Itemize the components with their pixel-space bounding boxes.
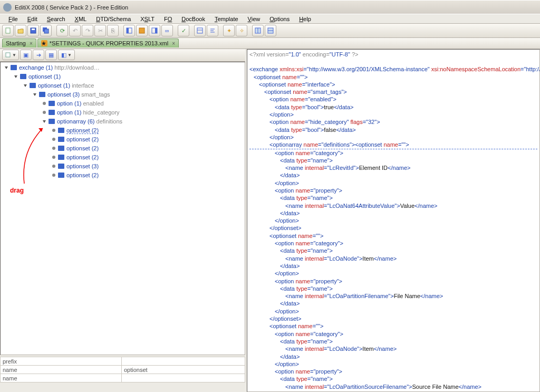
xml-line: <name internal="LcOaPartitionFilename">F… xyxy=(249,292,537,300)
element-icon xyxy=(49,110,55,115)
tree-row[interactable]: optionset (2) xyxy=(2,144,244,153)
tree-label: optionset (2) xyxy=(66,172,99,178)
xml-line: </option> xyxy=(249,308,537,315)
attr-row[interactable]: nameoptionset xyxy=(1,366,245,374)
tree-next-button[interactable]: ➔ xyxy=(33,50,44,60)
tree-row[interactable]: optionset (2) xyxy=(2,135,244,144)
menu-xslt[interactable]: XSLT xyxy=(136,15,159,23)
chevron-down-icon: ▼ xyxy=(68,53,72,58)
xml-line: </optionset> xyxy=(249,315,537,322)
xml-line: <data type="bool">false</data> xyxy=(249,126,537,133)
menu-options[interactable]: Options xyxy=(265,15,294,23)
tab-close-icon[interactable]: × xyxy=(30,41,33,46)
svg-rect-19 xyxy=(6,53,10,57)
split-v-button[interactable] xyxy=(265,25,276,36)
tree-row[interactable]: optionarray (6)definitions xyxy=(2,117,244,126)
menu-docbook[interactable]: DocBook xyxy=(177,15,209,23)
tree-label: option (1)hide_category xyxy=(57,109,120,116)
tab-label: *SETTINGS - QUICK PROPERTIES 2013.xml xyxy=(50,40,168,46)
open-file-button[interactable] xyxy=(15,25,26,36)
xml-line: </data> xyxy=(249,262,537,270)
run-alt-button[interactable]: ✧ xyxy=(236,25,247,36)
tree-row[interactable]: optionset (3)smart_tags xyxy=(2,90,244,99)
window-title: EditiX 2008 ( Service Pack 2 ) - Free Ed… xyxy=(15,4,128,11)
tree-row[interactable]: optionset (2) xyxy=(2,171,244,180)
new-file-button[interactable] xyxy=(2,25,14,36)
save-all-button[interactable] xyxy=(40,25,52,36)
xml-line: </option> xyxy=(249,270,537,277)
xml-line: <data type="name"> xyxy=(249,375,537,383)
tab-1[interactable]: ★*SETTINGS - QUICK PROPERTIES 2013.xml× xyxy=(37,39,179,47)
tree-toggle-icon[interactable] xyxy=(42,119,46,124)
xml-line: <option name="category"> xyxy=(249,330,537,338)
xml-line: <name internal="LcRevitId">Element ID</n… xyxy=(249,164,537,171)
element-icon xyxy=(58,128,64,133)
copy-button[interactable]: ⎘ xyxy=(107,25,119,36)
tree-filter-button[interactable]: ◧▼ xyxy=(58,50,75,60)
menubar: FileEditSearchXMLDTD/SchemaXSLTFODocBook… xyxy=(0,14,540,24)
tree-row[interactable]: optionset (2) xyxy=(2,153,244,162)
tab-0[interactable]: Starting× xyxy=(2,39,36,47)
tree-row[interactable]: optionset (1) xyxy=(2,72,244,81)
menu-help[interactable]: Help xyxy=(295,15,315,23)
document-tabbar: Starting×★*SETTINGS - QUICK PROPERTIES 2… xyxy=(0,38,540,49)
undo-button[interactable]: ↶ xyxy=(69,25,81,36)
tree-toggle-icon[interactable] xyxy=(23,83,27,88)
svg-rect-9 xyxy=(155,28,157,33)
svg-rect-6 xyxy=(127,28,129,33)
menu-view[interactable]: View xyxy=(244,15,265,23)
tree-row[interactable]: option (1)enabled xyxy=(2,99,244,108)
xml-source-editor[interactable]: <?xml version="1.0" encoding="UTF-8" ?><… xyxy=(247,49,540,392)
xml-tree[interactable]: drag exchange (1)http://download…options… xyxy=(0,62,245,355)
menu-xml[interactable]: XML xyxy=(71,15,91,23)
cut-button[interactable]: ✂ xyxy=(94,25,106,36)
attributes-grid[interactable]: prefixnameoptionsetname xyxy=(0,357,245,383)
menu-template[interactable]: Template xyxy=(210,15,243,23)
tree-row[interactable]: optionset (1)interface xyxy=(2,81,244,90)
attr-row[interactable]: prefix xyxy=(1,357,245,366)
app-icon xyxy=(3,3,12,12)
element-icon xyxy=(58,137,64,142)
tree-view-button[interactable] xyxy=(194,25,206,36)
tree-row[interactable]: optionset (2) xyxy=(2,126,244,135)
menu-fo[interactable]: FO xyxy=(160,15,176,23)
xml-line: </option> xyxy=(249,360,537,368)
tree-collapse-button[interactable]: ▣ xyxy=(20,50,32,60)
wand-icon: ✦ xyxy=(227,27,232,34)
validate-button[interactable]: ✓ xyxy=(178,25,189,36)
menu-file[interactable]: File xyxy=(4,15,22,23)
xml-line: </data> xyxy=(249,353,537,360)
tree-toggle-icon[interactable] xyxy=(13,74,18,79)
panel-2-button[interactable] xyxy=(136,25,148,36)
tree-row[interactable]: exchange (1)http://download… xyxy=(2,63,244,72)
menu-edit[interactable]: Edit xyxy=(23,15,42,23)
tree-row[interactable]: optionset (3) xyxy=(2,162,244,171)
menu-dtdschema[interactable]: DTD/Schema xyxy=(92,15,135,23)
link-button[interactable]: ∞ xyxy=(161,25,173,36)
panel-3-button[interactable] xyxy=(149,25,160,36)
element-icon xyxy=(49,119,55,124)
refresh-button[interactable]: ⟳ xyxy=(56,25,68,36)
redo-button[interactable]: ↷ xyxy=(82,25,93,36)
tree-leaf-icon xyxy=(51,137,56,142)
tree-toggle-icon[interactable] xyxy=(4,65,8,70)
xml-line: <name internal="LcOaNode">Item</name> xyxy=(249,345,537,352)
menu-search[interactable]: Search xyxy=(43,15,70,23)
tree-new-button[interactable]: ▼ xyxy=(2,50,19,60)
save-button[interactable] xyxy=(27,25,39,36)
split-h-button[interactable] xyxy=(252,25,264,36)
xml-line: <optionset name="smart_tags"> xyxy=(249,88,537,95)
format-button[interactable] xyxy=(207,25,218,36)
check-icon: ✓ xyxy=(181,27,186,34)
tab-close-icon[interactable]: × xyxy=(172,41,175,46)
panel-1-button[interactable] xyxy=(123,25,135,36)
undo-icon: ↶ xyxy=(73,27,78,34)
xml-line: </optionset> xyxy=(249,224,537,232)
tree-toggle-icon[interactable] xyxy=(32,92,37,97)
xml-line: <option name="property"> xyxy=(249,368,537,375)
tree-row[interactable]: option (1)hide_category xyxy=(2,108,244,117)
tree-expand-button[interactable]: ▦ xyxy=(45,50,57,60)
attr-row[interactable]: name xyxy=(1,374,245,383)
run-button[interactable]: ✦ xyxy=(223,25,235,36)
grid-icon: ▦ xyxy=(49,52,54,59)
